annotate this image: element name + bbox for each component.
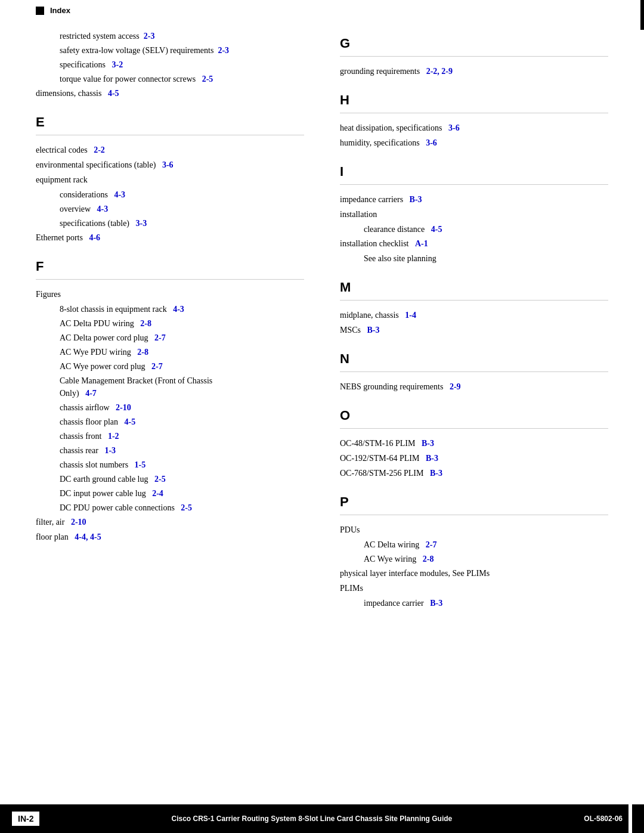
section-o-letter: O bbox=[340, 408, 608, 423]
section-h-letter: H bbox=[340, 92, 608, 108]
section-n-block: N NEBS grounding requirements 2-9 bbox=[340, 351, 608, 393]
section-e-letter: E bbox=[36, 114, 304, 130]
entry-considerations: considerations 4-3 bbox=[60, 188, 304, 201]
entry-ac-wye-wiring: AC Wye wiring 2-8 bbox=[364, 553, 608, 565]
section-h-divider bbox=[340, 113, 608, 113]
entry-heat-dissipation: heat dissipation, specifications 3-6 bbox=[340, 122, 608, 134]
footer-doc-title: Cisco CRS-1 Carrier Routing System 8-Slo… bbox=[39, 815, 584, 823]
entry-figures: Figures bbox=[36, 288, 304, 301]
section-m-letter: M bbox=[340, 280, 608, 295]
section-o-block: O OC-48/STM-16 PLIM B-3 OC-192/STM-64 PL… bbox=[340, 408, 608, 479]
entry-chassis-airflow: chassis airflow 2-10 bbox=[60, 401, 304, 414]
entry-ac-wye-power-cord-plug: AC Wye power cord plug 2-7 bbox=[60, 360, 304, 373]
entry-oc48-plim: OC-48/STM-16 PLIM B-3 bbox=[340, 437, 608, 450]
entry-8slot-chassis: 8-slot chassis in equipment rack 4-3 bbox=[60, 303, 304, 315]
page-container: Index restricted system access 2-3 safet… bbox=[0, 0, 644, 833]
entry-electrical-codes: electrical codes 2-2 bbox=[36, 144, 304, 156]
entry-ac-delta-pdu-wiring: AC Delta PDU wiring 2-8 bbox=[60, 317, 304, 330]
section-m-block: M midplane, chassis 1-4 MSCs B-3 bbox=[340, 280, 608, 336]
right-column: G grounding requirements 2-2, 2-9 H heat… bbox=[322, 30, 608, 624]
entry-restricted-system-access: restricted system access 2-3 bbox=[60, 30, 304, 42]
entry-oc768-plim: OC-768/STM-256 PLIM B-3 bbox=[340, 467, 608, 479]
section-n-divider bbox=[340, 371, 608, 372]
entry-see-also: See also site planning bbox=[364, 252, 608, 265]
entry-plims-impedance-carrier: impedance carrier B-3 bbox=[364, 597, 608, 609]
continuation-block: restricted system access 2-3 safety extr… bbox=[36, 30, 304, 100]
entry-chassis-rear: chassis rear 1-3 bbox=[60, 444, 304, 457]
entry-equipment-rack: equipment rack bbox=[36, 174, 304, 186]
footer-right-border bbox=[628, 804, 632, 833]
section-f-block: F Figures 8-slot chassis in equipment ra… bbox=[36, 259, 304, 543]
entry-ethernet-ports: Ethernet ports 4-6 bbox=[36, 231, 304, 244]
entry-specifications: specifications 3-2 bbox=[60, 58, 304, 71]
entry-torque: torque value for power connector screws … bbox=[60, 73, 304, 85]
section-p-divider bbox=[340, 515, 608, 515]
entry-environmental-specs: environmental specifications (table) 3-6 bbox=[36, 159, 304, 171]
entry-dc-earth-ground: DC earth ground cable lug 2-5 bbox=[60, 473, 304, 485]
main-content: restricted system access 2-3 safety extr… bbox=[0, 18, 644, 672]
left-column: restricted system access 2-3 safety extr… bbox=[36, 30, 322, 624]
entry-clearance-distance: clearance distance 4-5 bbox=[364, 223, 608, 236]
entry-installation-checklist: installation checklist A-1 bbox=[340, 237, 608, 250]
section-e-divider bbox=[36, 135, 304, 135]
footer-doc-number: OL-5802-06 bbox=[584, 815, 623, 823]
section-i-letter: I bbox=[340, 164, 608, 179]
entry-chassis-slot-numbers: chassis slot numbers 1-5 bbox=[60, 459, 304, 471]
entry-cable-mgmt-bracket: Cable Management Bracket (Front of Chass… bbox=[60, 374, 304, 400]
page-footer: IN-2 Cisco CRS-1 Carrier Routing System … bbox=[0, 804, 644, 833]
section-h-block: H heat dissipation, specifications 3-6 h… bbox=[340, 92, 608, 149]
section-i-divider bbox=[340, 184, 608, 185]
entry-rack-specs-table: specifications (table) 3-3 bbox=[60, 217, 304, 230]
section-e-block: E electrical codes 2-2 environmental spe… bbox=[36, 114, 304, 244]
entry-grounding-req: grounding requirements 2-2, 2-9 bbox=[340, 65, 608, 78]
section-o-divider bbox=[340, 428, 608, 429]
entry-chassis-front: chassis front 1-2 bbox=[60, 430, 304, 442]
entry-dc-input-power-cable: DC input power cable lug 2-4 bbox=[60, 487, 304, 500]
entry-impedance-carriers: impedance carriers B-3 bbox=[340, 193, 608, 206]
entry-floor-plan: floor plan 4-4, 4-5 bbox=[36, 531, 304, 543]
entry-plim-see: physical layer interface modules, See PL… bbox=[340, 567, 608, 580]
header-black-square bbox=[36, 7, 44, 15]
section-f-letter: F bbox=[36, 259, 304, 274]
section-p-block: P PDUs AC Delta wiring 2-7 AC Wye wiring… bbox=[340, 494, 608, 609]
section-f-divider bbox=[36, 279, 304, 280]
header-title: Index bbox=[50, 6, 70, 15]
entry-chassis-floor-plan: chassis floor plan 4-5 bbox=[60, 416, 304, 428]
entry-pdus: PDUs bbox=[340, 524, 608, 536]
entry-mscs: MSCs B-3 bbox=[340, 324, 608, 336]
entry-oc192-plim: OC-192/STM-64 PLIM B-3 bbox=[340, 452, 608, 465]
page-header: Index bbox=[0, 0, 644, 18]
entry-installation: installation bbox=[340, 208, 608, 221]
entry-selv: safety extra-low voltage (SELV) requirem… bbox=[60, 44, 304, 57]
entry-ac-delta-wiring: AC Delta wiring 2-7 bbox=[364, 538, 608, 551]
footer-page-label: IN-2 bbox=[12, 812, 39, 826]
section-n-letter: N bbox=[340, 351, 608, 367]
entry-humidity: humidity, specifications 3-6 bbox=[340, 137, 608, 149]
entry-filter-air: filter, air 2-10 bbox=[36, 516, 304, 528]
top-right-bar bbox=[640, 0, 644, 30]
entry-midplane-chassis: midplane, chassis 1-4 bbox=[340, 309, 608, 321]
entry-ac-wye-pdu-wiring: AC Wye PDU wiring 2-8 bbox=[60, 346, 304, 358]
entry-nebs-grounding: NEBS grounding requirements 2-9 bbox=[340, 380, 608, 393]
section-p-letter: P bbox=[340, 494, 608, 510]
entry-plims: PLIMs bbox=[340, 582, 608, 594]
entry-ac-delta-power-cord-plug: AC Delta power cord plug 2-7 bbox=[60, 332, 304, 344]
entry-overview: overview 4-3 bbox=[60, 203, 304, 215]
section-m-divider bbox=[340, 300, 608, 301]
section-g-block: G grounding requirements 2-2, 2-9 bbox=[340, 36, 608, 78]
section-g-letter: G bbox=[340, 36, 608, 51]
section-g-divider bbox=[340, 56, 608, 57]
section-i-block: I impedance carriers B-3 installation cl… bbox=[340, 164, 608, 265]
entry-dimensions: dimensions, chassis 4-5 bbox=[36, 87, 304, 100]
entry-dc-pdu-power-cable: DC PDU power cable connections 2-5 bbox=[60, 501, 304, 514]
